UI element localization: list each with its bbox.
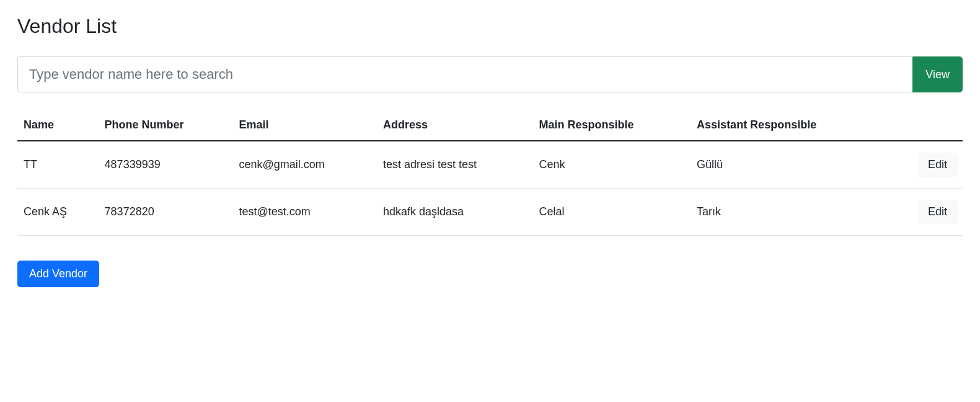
cell-name: Cenk AŞ (17, 189, 100, 236)
table-row: TT 487339939 cenk@gmail.com test adresi … (17, 141, 963, 189)
col-header-main-responsible: Main Responsible (534, 111, 692, 141)
cell-address: test adresi test test (378, 141, 534, 189)
vendor-table: Name Phone Number Email Address Main Res… (17, 111, 963, 236)
col-header-assistant-responsible: Assistant Responsible (692, 111, 887, 141)
edit-button[interactable]: Edit (917, 200, 958, 224)
cell-assistant-responsible: Güllü (692, 141, 887, 189)
cell-main-responsible: Cenk (534, 141, 692, 189)
cell-main-responsible: Celal (534, 189, 692, 236)
col-header-phone: Phone Number (100, 111, 234, 141)
table-row: Cenk AŞ 78372820 test@test.com hdkafk da… (17, 189, 963, 236)
cell-name: TT (17, 141, 100, 189)
edit-button[interactable]: Edit (917, 153, 958, 177)
col-header-email: Email (234, 111, 377, 141)
col-header-address: Address (378, 111, 534, 141)
cell-actions: Edit (887, 189, 963, 236)
cell-assistant-responsible: Tarık (692, 189, 887, 236)
table-header-row: Name Phone Number Email Address Main Res… (17, 111, 963, 141)
cell-email: cenk@gmail.com (234, 141, 377, 189)
cell-phone: 78372820 (100, 189, 234, 236)
cell-address: hdkafk daşldasa (378, 189, 534, 236)
cell-phone: 487339939 (100, 141, 234, 189)
cell-actions: Edit (887, 141, 963, 189)
col-header-name: Name (17, 111, 100, 141)
cell-email: test@test.com (234, 189, 377, 236)
add-vendor-button[interactable]: Add Vendor (17, 261, 99, 287)
search-input[interactable] (17, 56, 912, 92)
col-header-actions (887, 111, 963, 141)
view-button[interactable]: View (912, 56, 963, 92)
search-group: View (17, 56, 963, 92)
page-title: Vendor List (17, 15, 963, 38)
